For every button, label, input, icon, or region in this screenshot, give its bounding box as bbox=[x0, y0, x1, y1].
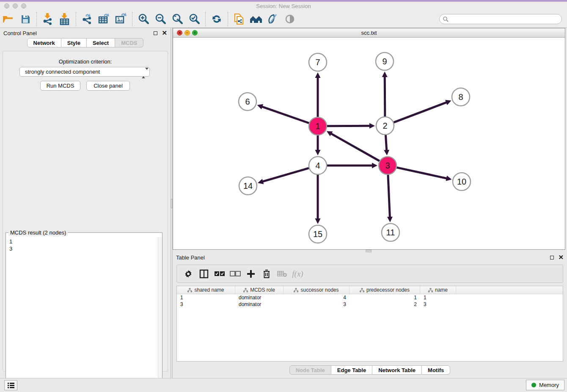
column-header-MCDS-role[interactable]: MCDS role bbox=[235, 286, 284, 294]
zoom-selected-icon[interactable] bbox=[186, 11, 203, 27]
memory-button[interactable]: Memory bbox=[526, 380, 564, 390]
table-row[interactable]: 1dominator411 bbox=[177, 294, 563, 301]
graph-edge-2-9[interactable] bbox=[385, 76, 385, 116]
delete-table-icon[interactable] bbox=[274, 266, 290, 282]
window-zoom-button[interactable] bbox=[21, 3, 26, 8]
graph-edge-arrowhead bbox=[384, 150, 389, 155]
settings-gear-icon[interactable] bbox=[180, 266, 196, 282]
table-cell[interactable]: 3 bbox=[177, 301, 235, 308]
column-layout-icon[interactable] bbox=[196, 266, 212, 282]
graph-edge-3-1[interactable] bbox=[330, 133, 379, 161]
graph-edge-2-8[interactable] bbox=[394, 102, 447, 122]
export-network-icon[interactable] bbox=[79, 11, 96, 27]
select-all-icon[interactable] bbox=[212, 266, 227, 282]
memory-label: Memory bbox=[539, 382, 559, 388]
graph-edge-3-11[interactable] bbox=[388, 175, 390, 218]
window-minimize-button[interactable] bbox=[13, 3, 18, 8]
graph-node-label: 8 bbox=[458, 92, 463, 102]
tab-motifs[interactable]: Motifs bbox=[422, 365, 450, 375]
net-minimize-icon[interactable]: − bbox=[184, 30, 190, 36]
table-cell[interactable]: dominator bbox=[235, 294, 284, 301]
function-builder-icon[interactable]: f(x) bbox=[290, 266, 306, 282]
control-panel-tabs: Network Style Select MCDS bbox=[0, 38, 171, 47]
network-window-title: scc.txt bbox=[173, 28, 565, 38]
graph-node-label: 11 bbox=[386, 228, 395, 237]
window-close-button[interactable] bbox=[4, 3, 9, 8]
table-cell[interactable]: 1 bbox=[177, 294, 235, 301]
optimization-criterion-value: strongly connected component bbox=[25, 69, 100, 75]
tab-style[interactable]: Style bbox=[61, 38, 87, 47]
mcds-panel: Optimization criterion: strongly connect… bbox=[3, 51, 168, 372]
save-session-icon[interactable] bbox=[17, 11, 34, 27]
first-neighbors-icon[interactable] bbox=[248, 11, 264, 27]
mcds-result-line: 1 bbox=[9, 238, 158, 245]
graph-edge-1-2[interactable] bbox=[327, 126, 370, 126]
node-table[interactable]: shared nameMCDS rolesuccessor nodesprede… bbox=[176, 286, 563, 362]
search-input[interactable] bbox=[439, 14, 562, 24]
table-cell[interactable]: dominator bbox=[235, 301, 284, 308]
toolbar-separator bbox=[228, 12, 228, 26]
column-sort-icon bbox=[243, 288, 248, 293]
tab-network[interactable]: Network bbox=[27, 38, 61, 47]
table-cell[interactable]: 2 bbox=[350, 301, 420, 308]
add-column-icon[interactable] bbox=[243, 266, 259, 282]
tab-select[interactable]: Select bbox=[87, 38, 115, 47]
export-table-icon[interactable] bbox=[96, 11, 113, 27]
graph-edge-1-6[interactable] bbox=[261, 107, 309, 123]
tab-network-table[interactable]: Network Table bbox=[372, 365, 422, 375]
table-cell[interactable]: 1 bbox=[420, 294, 456, 301]
column-header-successor-nodes[interactable]: successor nodes bbox=[284, 286, 350, 294]
tab-node-table[interactable]: Node Table bbox=[289, 365, 331, 375]
graph-edge-arrowhead bbox=[382, 72, 388, 77]
net-close-icon[interactable]: ✕ bbox=[177, 30, 182, 36]
float-panel-icon[interactable] bbox=[154, 31, 157, 35]
graph-node-label: 14 bbox=[243, 181, 253, 190]
network-window-titlebar[interactable]: ✕ − + scc.txt bbox=[173, 28, 565, 38]
column-header-name[interactable]: name bbox=[420, 286, 456, 294]
table-body: 1dominator4113dominator323 bbox=[177, 294, 563, 308]
graph-edge-arrowhead bbox=[372, 163, 377, 168]
zoom-fit-icon[interactable] bbox=[169, 11, 186, 27]
mcds-result-text[interactable]: 1 3 bbox=[6, 237, 158, 389]
task-history-button[interactable] bbox=[4, 380, 17, 390]
open-folder-icon[interactable] bbox=[0, 11, 17, 27]
graph-edge-arrowhead bbox=[315, 72, 321, 78]
column-label: MCDS role bbox=[250, 287, 275, 293]
control-panel: Control Panel ✕ Network Style Select MCD… bbox=[0, 28, 171, 378]
network-view-window: ✕ − + scc.txt 7968124314101511 bbox=[173, 28, 565, 250]
zoom-out-icon[interactable] bbox=[152, 11, 169, 27]
close-panel-icon[interactable]: ✕ bbox=[558, 255, 564, 259]
app-title: Session: New Session bbox=[0, 2, 567, 11]
float-panel-icon[interactable] bbox=[550, 256, 554, 259]
column-header-predecessor-nodes[interactable]: predecessor nodes bbox=[350, 286, 420, 294]
run-mcds-button[interactable]: Run MCDS bbox=[40, 81, 80, 91]
export-image-icon[interactable] bbox=[113, 11, 129, 27]
apply-style-icon[interactable] bbox=[264, 11, 281, 27]
tab-mcds[interactable]: MCDS bbox=[115, 38, 143, 47]
delete-column-icon[interactable] bbox=[259, 266, 274, 282]
close-panel-button[interactable]: Close panel bbox=[86, 81, 130, 91]
deselect-all-icon[interactable] bbox=[227, 266, 243, 282]
optimization-criterion-select[interactable]: strongly connected component bbox=[19, 67, 150, 77]
column-header-shared-name[interactable]: shared name bbox=[177, 286, 235, 294]
table-cell[interactable]: 1 bbox=[350, 294, 420, 301]
graph-edge-4-14[interactable] bbox=[262, 168, 309, 182]
network-graph[interactable]: 7968124314101511 bbox=[173, 38, 565, 249]
net-zoom-icon[interactable]: + bbox=[192, 30, 198, 36]
graph-edge-3-10[interactable] bbox=[396, 168, 447, 179]
import-network-icon[interactable] bbox=[39, 11, 56, 27]
import-table-icon[interactable] bbox=[56, 11, 73, 27]
table-cell[interactable]: 3 bbox=[284, 301, 350, 308]
refresh-icon[interactable] bbox=[208, 11, 225, 27]
mcds-result-line: 3 bbox=[9, 245, 158, 252]
zoom-in-icon[interactable] bbox=[135, 11, 152, 27]
hide-selected-icon[interactable] bbox=[281, 11, 298, 27]
graph-edge-2-3[interactable] bbox=[385, 135, 386, 151]
duplicate-network-icon[interactable] bbox=[231, 11, 248, 27]
close-panel-icon[interactable]: ✕ bbox=[162, 31, 167, 35]
mcds-result-scrollbar[interactable] bbox=[158, 237, 162, 389]
table-cell[interactable]: 3 bbox=[420, 301, 456, 308]
table-row[interactable]: 3dominator323 bbox=[177, 301, 563, 308]
table-cell[interactable]: 4 bbox=[284, 294, 350, 301]
tab-edge-table[interactable]: Edge Table bbox=[331, 365, 372, 375]
